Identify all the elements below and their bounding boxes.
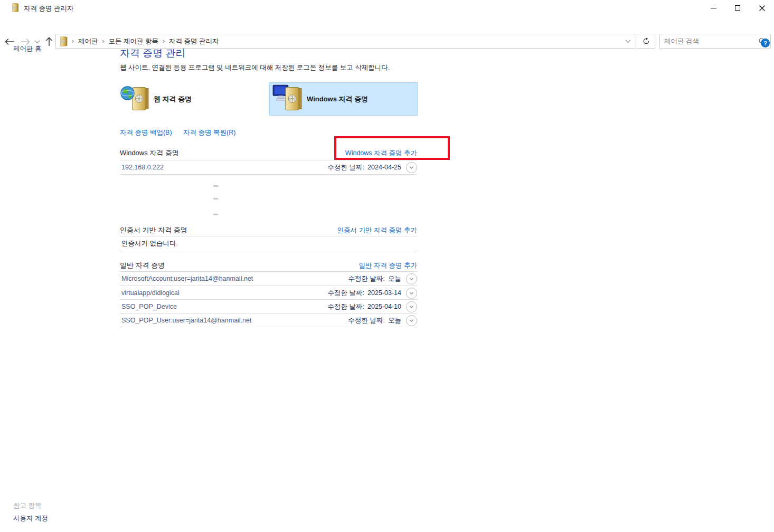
- date-value: 2025-04-10: [367, 303, 401, 310]
- chevron-down-icon: [408, 317, 416, 325]
- sidebar-item-control-panel-home[interactable]: 제어판 홈: [13, 44, 41, 53]
- credential-date: 수정한 날짜:오늘: [348, 316, 401, 325]
- credential-name: virtualapp/didlogical: [120, 289, 328, 297]
- sidebar-item-user-accounts[interactable]: 사용자 계정: [13, 514, 48, 523]
- breadcrumb-separator: ›: [163, 37, 165, 45]
- date-value: 오늘: [388, 317, 401, 324]
- table-row: SSO_POP_User:user=jarita14@hanmail.net 수…: [120, 314, 417, 327]
- divider: [120, 327, 417, 327]
- minimize-button[interactable]: [701, 0, 725, 16]
- chevron-down-icon: [34, 40, 40, 44]
- date-label: 수정한 날짜:: [348, 275, 385, 282]
- minimize-icon: [711, 8, 716, 8]
- web-credentials-label: 웹 자격 증명: [154, 94, 192, 104]
- credential-date: 수정한 날짜:2024-04-25: [328, 163, 401, 172]
- date-label: 수정한 날짜:: [328, 164, 364, 171]
- table-row: SSO_POP_Device 수정한 날짜:2025-04-10: [120, 300, 417, 314]
- breadcrumb-separator: ›: [72, 37, 74, 45]
- maximize-icon: [735, 5, 740, 11]
- divider: [120, 174, 417, 175]
- date-value: 2024-04-25: [367, 164, 401, 171]
- expand-credential-button[interactable]: [406, 288, 417, 299]
- up-arrow-icon: [45, 37, 53, 46]
- page-subtitle: 웹 사이트, 연결된 응용 프로그램 및 네트워크에 대해 저장된 로그온 정보…: [120, 63, 390, 72]
- breadcrumb-all-items[interactable]: 모든 제어판 항목: [109, 37, 158, 46]
- address-dropdown-button[interactable]: [620, 34, 636, 48]
- chevron-down-icon: [408, 275, 416, 283]
- title-bar: 자격 증명 관리자: [0, 0, 774, 16]
- generic-credentials-section-title: 일반 자격 증명: [120, 261, 165, 270]
- certificate-credentials-section-title: 인증서 기반 자격 증명: [120, 225, 187, 235]
- breadcrumb-separator: ›: [102, 37, 105, 45]
- chevron-down-icon: [408, 289, 416, 297]
- backup-credentials-link[interactable]: 자격 증명 백업(B): [120, 129, 172, 136]
- safe-icon: [284, 86, 303, 112]
- restore-credentials-link[interactable]: 자격 증명 복원(R): [183, 129, 235, 136]
- divider: [120, 252, 417, 252]
- certificate-credentials-section-header: 인증서 기반 자격 증명 인증서 기반 자격 증명 추가: [120, 225, 417, 235]
- credential-name: MicrosoftAccount:user=jarita14@hanmail.n…: [120, 275, 348, 282]
- date-label: 수정한 날짜:: [328, 289, 364, 297]
- windows-credentials-category[interactable]: Windows 자격 증명: [269, 82, 418, 116]
- web-credentials-icon: [120, 84, 150, 115]
- date-value: 2025-03-14: [367, 289, 401, 297]
- date-label: 수정한 날짜:: [348, 317, 385, 324]
- generic-credentials-section-header: 일반 자격 증명 일반 자격 증명 추가: [120, 261, 417, 270]
- help-icon[interactable]: ?: [761, 39, 770, 48]
- date-value: 오늘: [388, 275, 401, 282]
- credential-actions: 자격 증명 백업(B) 자격 증명 복원(R): [120, 128, 235, 137]
- redaction-mark: [213, 198, 218, 200]
- credential-manager-icon: [60, 36, 68, 46]
- see-also-heading: 참고 항목: [13, 501, 41, 510]
- add-generic-credential-link[interactable]: 일반 자격 증명 추가: [359, 261, 417, 270]
- credential-date: 수정한 날짜:오늘: [348, 274, 401, 283]
- chevron-down-icon: [408, 164, 416, 172]
- up-button[interactable]: [43, 35, 55, 48]
- redaction-mark: [213, 185, 218, 187]
- table-row: 192.168.0.222 수정한 날짜:2024-04-25: [120, 160, 417, 174]
- expand-credential-button[interactable]: [406, 315, 417, 326]
- window-title: 자격 증명 관리자: [24, 4, 73, 13]
- table-row: MicrosoftAccount:user=jarita14@hanmail.n…: [120, 272, 417, 286]
- search-box: [659, 34, 771, 49]
- refresh-icon: [643, 37, 650, 45]
- credential-name: SSO_POP_Device: [120, 303, 328, 310]
- close-icon: [759, 5, 765, 11]
- navigation-toolbar: › 제어판 › 모든 제어판 항목 › 자격 증명 관리자: [0, 16, 774, 35]
- credential-date: 수정한 날짜:2025-03-14: [328, 289, 401, 298]
- close-button[interactable]: [750, 0, 774, 16]
- credential-name: SSO_POP_User:user=jarita14@hanmail.net: [120, 317, 348, 324]
- table-row: virtualapp/didlogical 수정한 날짜:2025-03-14: [120, 286, 417, 300]
- no-certificates-text: 인증서가 없습니다.: [121, 239, 178, 248]
- add-windows-credential-link[interactable]: Windows 자격 증명 추가: [345, 149, 417, 158]
- date-label: 수정한 날짜:: [328, 303, 364, 310]
- search-input[interactable]: [660, 35, 759, 48]
- windows-credentials-section-title: Windows 자격 증명: [120, 148, 179, 158]
- window-controls: [701, 0, 774, 16]
- web-credentials-category[interactable]: 웹 자격 증명: [120, 82, 266, 116]
- expand-credential-button[interactable]: [406, 301, 417, 312]
- maximize-button[interactable]: [725, 0, 750, 16]
- refresh-button[interactable]: [637, 34, 655, 49]
- windows-credentials-section-header: Windows 자격 증명 Windows 자격 증명 추가: [120, 148, 417, 158]
- windows-credentials-label: Windows 자격 증명: [307, 94, 368, 104]
- chevron-down-icon: [625, 40, 631, 43]
- expand-credential-button[interactable]: [406, 273, 417, 284]
- credential-manager-icon: [12, 3, 19, 12]
- divider: [120, 236, 417, 236]
- breadcrumb-credential-manager[interactable]: 자격 증명 관리자: [169, 37, 219, 46]
- chevron-down-icon: [408, 303, 416, 311]
- windows-credentials-icon: [273, 84, 304, 115]
- expand-credential-button[interactable]: [406, 162, 417, 173]
- page-title: 자격 증명 관리: [120, 46, 186, 60]
- globe-icon: [120, 86, 135, 101]
- breadcrumb-control-panel[interactable]: 제어판: [78, 37, 98, 46]
- credential-name: 192.168.0.222: [120, 164, 328, 171]
- add-certificate-credential-link[interactable]: 인증서 기반 자격 증명 추가: [337, 226, 417, 235]
- redaction-mark: [213, 214, 218, 215]
- credential-date: 수정한 날짜:2025-04-10: [328, 302, 401, 311]
